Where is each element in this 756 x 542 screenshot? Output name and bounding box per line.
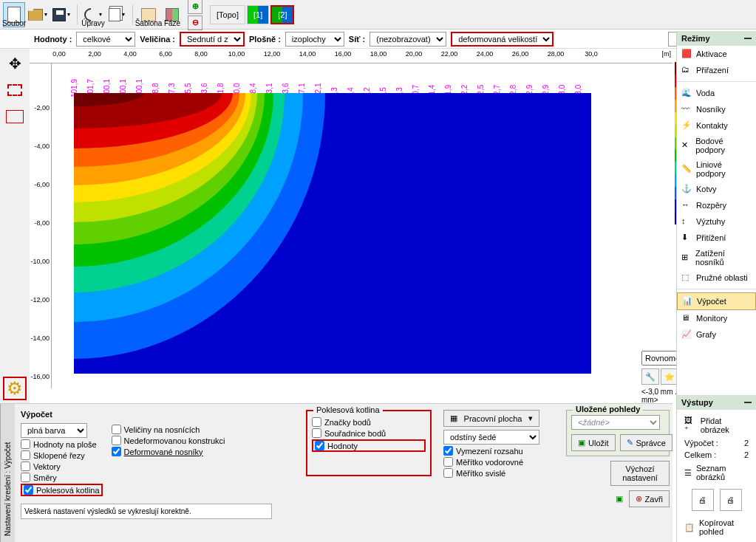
mode-item-aktivace[interactable]: 🟥Aktivace <box>677 46 756 62</box>
mode-item-pružné-oblasti[interactable]: ⬚Pružné oblasti <box>677 270 756 286</box>
add-image-button[interactable]: 🖼⁺Přidat obrázek <box>680 413 753 437</box>
range-label: Vymezení rozsahu <box>456 447 523 456</box>
undeformed-checkbox[interactable] <box>112 436 121 445</box>
add-stage-button[interactable]: ⊕ <box>188 0 202 14</box>
zoom-fit-button[interactable] <box>3 105 27 128</box>
new-file-button[interactable]: Soubor <box>3 2 25 27</box>
hscale-checkbox[interactable] <box>443 457 453 467</box>
phase-button[interactable]: Fáze <box>161 2 183 27</box>
save-file-button[interactable]: ▾ <box>50 2 72 27</box>
mode-item-rozpěry[interactable]: ↔Rozpěry <box>677 197 756 213</box>
mode-icon: 📊 <box>682 296 692 306</box>
mode-label: Zatížení nosníků <box>695 249 752 267</box>
shades-select[interactable]: odstíny šedé <box>443 430 539 445</box>
quantity-select[interactable]: Sednutí d z <box>180 32 245 47</box>
chevron-down-icon: ▾ <box>528 414 533 423</box>
values-checkbox[interactable] <box>315 441 324 450</box>
point-marks-checkbox[interactable] <box>312 417 321 427</box>
mode-item-přitížení[interactable]: ⬇Přitížení <box>677 230 756 246</box>
minimize-icon[interactable] <box>744 402 752 403</box>
deform-select[interactable]: deformovaná velikostí <box>451 32 554 47</box>
open-file-button[interactable]: ▾ <box>27 2 49 27</box>
stage-tab-topo[interactable]: [Topo] <box>210 5 245 24</box>
zoom-rect-icon <box>7 84 22 96</box>
mode-icon: 🌊 <box>681 88 692 98</box>
mode-label: Rozpěry <box>696 201 726 210</box>
print-button[interactable]: 🖨 <box>692 489 714 511</box>
tilted-checkbox[interactable] <box>21 450 30 460</box>
mode-item-zatížení-nosníků[interactable]: ⊞Zatížení nosníků <box>677 246 756 270</box>
vscale-label: Měřítko svislé <box>456 469 505 478</box>
saved-views-fieldset: Uložené pohledy <žádné> ▣Uložit ✎Správce <box>566 410 670 456</box>
manager-label: Správce <box>636 439 666 447</box>
mode-label: Grafy <box>696 330 716 339</box>
mode-item-přiřazení[interactable]: 🗂Přiřazení <box>677 62 756 78</box>
vscale-checkbox[interactable] <box>443 468 453 478</box>
zoom-rect-button[interactable] <box>3 78 27 102</box>
mode-item-kontakty[interactable]: ⚡Kontakty <box>677 117 756 134</box>
vectors-checkbox[interactable] <box>21 462 30 471</box>
plot-area[interactable]: 101,9101,7100,1100,1100,198,897,395,593,… <box>52 64 672 388</box>
coords-checkbox[interactable] <box>312 428 321 438</box>
close-icon: ⊗ <box>636 494 642 504</box>
mode-item-liniové-podpory[interactable]: 📏Liniové podpory <box>677 157 756 181</box>
copy-icon <box>109 8 120 21</box>
values-select[interactable]: celkové <box>76 32 135 47</box>
saved-views-select[interactable]: <žádné> <box>571 415 660 430</box>
beam-quantities-checkbox[interactable] <box>112 425 121 434</box>
undo-button[interactable]: ▾Úpravy <box>82 2 104 27</box>
deformed-beams-checkbox[interactable] <box>112 447 121 456</box>
fill-select[interactable]: plná barva <box>21 423 87 438</box>
mode-item-monitory[interactable]: 🖥Monitory <box>677 310 756 326</box>
apply-icon[interactable]: ▣ <box>616 494 623 504</box>
workspace-button[interactable]: ▦Pracovní plocha▾ <box>443 410 539 427</box>
ruler-tick: -12,00 <box>30 296 50 303</box>
mode-item-voda[interactable]: 🌊Voda <box>677 85 756 101</box>
copy-button[interactable]: ▾ <box>106 2 128 27</box>
coords-label: Souřadnice bodů <box>324 429 386 438</box>
settings-button[interactable]: ⚙ <box>3 377 27 400</box>
mode-item-nosníky[interactable]: 〰Nosníky <box>677 101 756 117</box>
default-settings-button[interactable]: Výchozí nastavení <box>610 461 670 486</box>
close-button[interactable]: ⊗Zavři <box>629 490 670 507</box>
manager-icon: ✎ <box>627 438 633 447</box>
stage-tabs: [Topo] [1] [2] <box>210 5 294 24</box>
mode-item-bodové-podpory[interactable]: ✕Bodové podpory <box>677 134 756 157</box>
mode-icon: 📏 <box>681 164 692 174</box>
surface-select[interactable]: izoplochy <box>285 32 344 47</box>
template-button[interactable]: Šablona <box>137 2 160 27</box>
image-list-button[interactable]: ☰Seznam obrázků <box>680 461 753 484</box>
pan-button[interactable]: ✥ <box>3 52 27 75</box>
copy-view-button[interactable]: 📋Kopírovat pohled <box>680 515 753 539</box>
image-list-label: Seznam obrázků <box>696 464 749 481</box>
mode-label: Kontakty <box>696 121 728 130</box>
mode-item-výztuhy[interactable]: ↕Výztuhy <box>677 213 756 230</box>
stage-tab-1[interactable]: [1] <box>247 5 269 24</box>
mode-icon: 🗂 <box>681 65 692 75</box>
stage-tab-2[interactable]: [2] <box>270 5 294 24</box>
mode-icon: ⊞ <box>681 253 691 263</box>
mode-label: Aktivace <box>696 49 727 58</box>
save-view-button[interactable]: ▣Uložit <box>571 434 616 451</box>
quantity-label: Veličina : <box>140 35 175 44</box>
ruler-tick: 24,00 <box>477 50 494 58</box>
minimize-icon[interactable] <box>744 38 752 39</box>
remove-stage-button[interactable]: ⊖ <box>188 16 202 30</box>
manager-button[interactable]: ✎Správce <box>620 434 672 451</box>
mode-item-výpočet[interactable]: 📊Výpočet <box>677 292 756 310</box>
ruler-tick: 8,00 <box>194 50 208 58</box>
mode-item-grafy[interactable]: 📈Grafy <box>677 326 756 343</box>
file-label: Soubor <box>2 19 26 27</box>
range-checkbox[interactable] <box>443 446 453 456</box>
subsidence-checkbox[interactable] <box>24 485 33 495</box>
subsidence-label: Poklesová kotlina <box>36 486 100 495</box>
legend-tool-wrench[interactable]: 🔧 <box>641 368 659 385</box>
directions-checkbox[interactable] <box>21 473 30 482</box>
directions-label: Směry <box>33 473 57 482</box>
mode-item-kotvy[interactable]: ⚓Kotvy <box>677 181 756 197</box>
surface-values-checkbox[interactable] <box>21 439 30 449</box>
ruler-unit: [m] <box>662 50 672 58</box>
mode-icon: ✕ <box>681 140 691 151</box>
print-color-button[interactable]: 🖨 <box>720 489 742 511</box>
mesh-select[interactable]: (nezobrazovat) <box>370 32 446 47</box>
